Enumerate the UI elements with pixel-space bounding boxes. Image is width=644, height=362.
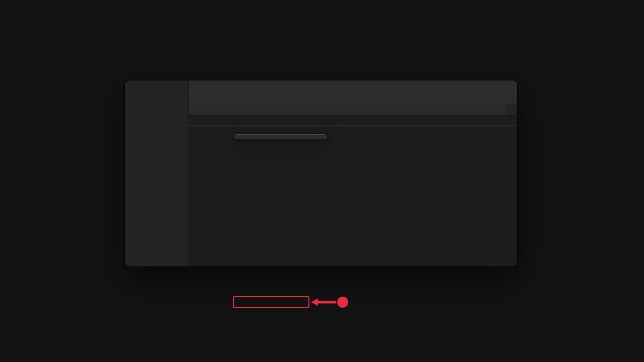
list-header [189, 116, 517, 126]
close-button[interactable] [132, 89, 138, 96]
window-controls [132, 89, 158, 96]
annotation-box [233, 296, 309, 308]
annotation-arrow-icon [310, 297, 336, 310]
tab-documents[interactable] [189, 104, 507, 115]
zoom-button[interactable] [152, 89, 158, 96]
toolbar-icons [435, 80, 517, 104]
screen [0, 0, 644, 362]
finder-window [125, 80, 517, 266]
new-tab-button[interactable] [507, 104, 517, 115]
forward-button[interactable] [211, 86, 222, 98]
main-area [189, 80, 517, 266]
minimize-button[interactable] [142, 89, 148, 96]
file-list [189, 126, 517, 266]
context-menu [234, 134, 327, 139]
toolbar [189, 80, 517, 104]
annotation-step-badge [337, 297, 348, 308]
back-button[interactable] [196, 86, 207, 98]
tab-bar [189, 104, 517, 116]
sidebar [125, 80, 188, 266]
